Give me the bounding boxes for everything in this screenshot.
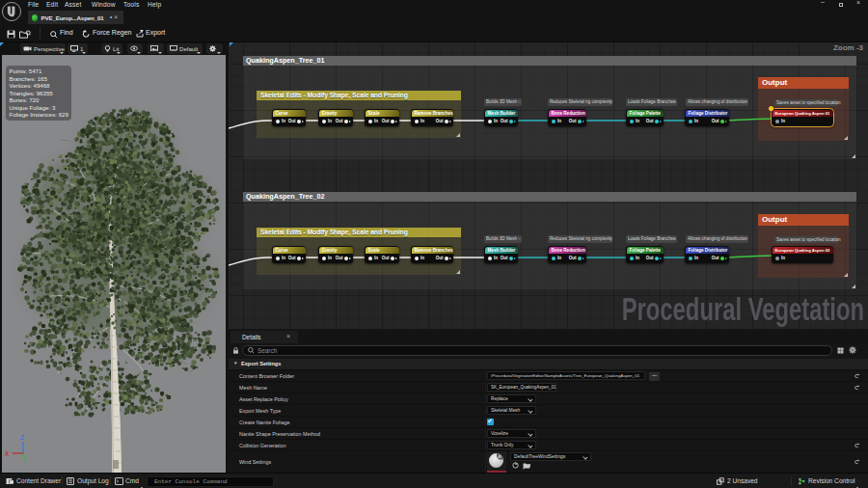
svg-text:Y: Y <box>23 457 27 463</box>
svg-text:Z: Z <box>20 434 24 441</box>
svg-text:X: X <box>5 450 10 457</box>
